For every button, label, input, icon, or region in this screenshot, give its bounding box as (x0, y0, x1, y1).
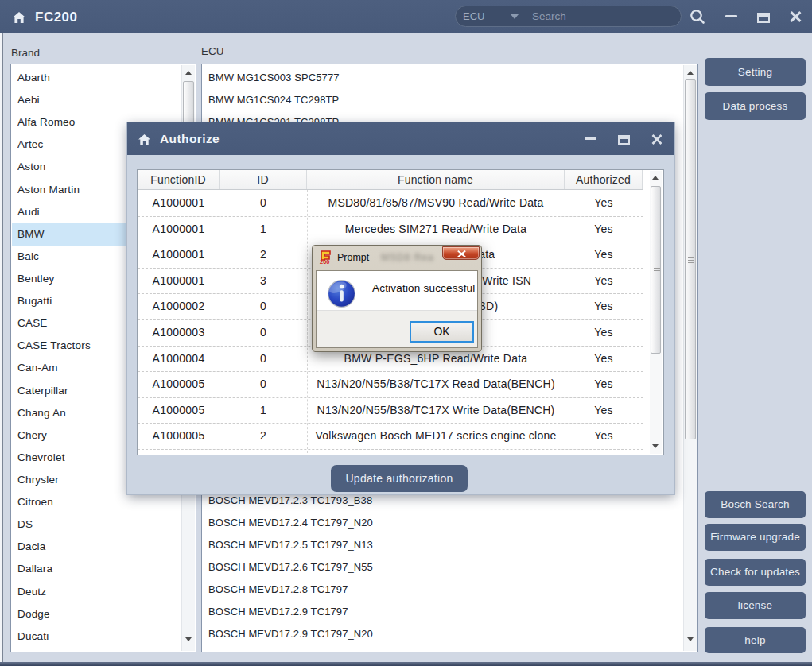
svg-text:200: 200 (320, 258, 330, 265)
